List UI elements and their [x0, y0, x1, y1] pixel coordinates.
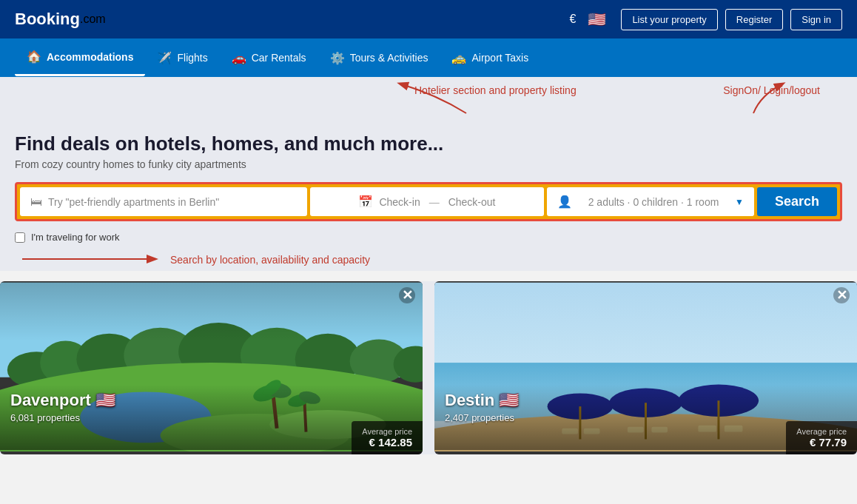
- nav-label-tours: Tours & Activities: [350, 52, 428, 64]
- location-field[interactable]: 🛏 Try "pet-friendly apartments in Berlin…: [20, 187, 307, 216]
- annotation-bar: Hotelier section and property listing Si…: [0, 77, 857, 118]
- destin-properties: 2,407 properties: [445, 412, 514, 423]
- main-nav: 🏠 Accommodations ✈️ Flights 🚗 Car Rental…: [0, 38, 857, 77]
- svg-rect-21: [0, 283, 423, 341]
- destin-title: Destin 🇺🇸: [445, 391, 519, 410]
- nav-item-taxis[interactable]: 🚕 Airport Taxis: [440, 41, 540, 75]
- search-button[interactable]: Search: [757, 187, 837, 216]
- destin-close-button[interactable]: ✕: [833, 287, 850, 303]
- nav-label-taxis: Airport Taxis: [471, 52, 528, 64]
- flights-icon: ✈️: [157, 51, 172, 65]
- calendar-icon: 📅: [358, 195, 373, 209]
- davenport-close-button[interactable]: ✕: [399, 287, 415, 303]
- chevron-down-icon: ▼: [735, 197, 744, 207]
- destin-price: € 77.79: [796, 436, 847, 448]
- dates-field[interactable]: 📅 Check-in — Check-out: [310, 187, 544, 216]
- work-travel-area: I'm traveling for work: [15, 232, 842, 243]
- nav-label-flights: Flights: [177, 52, 207, 64]
- destin-price-box: Average price € 77.79: [786, 421, 857, 454]
- hero-title: Find deals on hotels, homes, and much mo…: [15, 132, 842, 155]
- cards-list: ✕ Davenport 🇺🇸 6,081 properties Average …: [0, 281, 857, 454]
- nav-item-car-rentals[interactable]: 🚗 Car Rentals: [220, 41, 318, 75]
- currency-selector[interactable]: €: [569, 13, 576, 26]
- header-actions: € 🇺🇸 List your property Register Sign in: [569, 9, 842, 30]
- card-davenport[interactable]: ✕ Davenport 🇺🇸 6,081 properties Average …: [0, 281, 423, 454]
- list-property-button[interactable]: List your property: [621, 9, 717, 30]
- davenport-avg-label: Average price: [362, 427, 412, 436]
- car-icon: 🚗: [232, 51, 246, 65]
- davenport-properties: 6,081 properties: [10, 412, 80, 423]
- accommodations-icon: 🏠: [27, 50, 41, 64]
- checkin-label: Check-in: [379, 196, 420, 208]
- nav-item-accommodations[interactable]: 🏠 Accommodations: [15, 39, 145, 76]
- card-destin[interactable]: ✕ Destin 🇺🇸 2,407 properties Average pri…: [434, 281, 857, 454]
- destin-avg-label: Average price: [796, 427, 847, 436]
- taxi-icon: 🚕: [451, 51, 466, 65]
- bed-icon: 🛏: [30, 195, 42, 209]
- person-icon: 👤: [557, 195, 572, 209]
- hero-subtitle: From cozy country homes to funky city ap…: [15, 158, 842, 170]
- tours-icon: ⚙️: [330, 51, 345, 65]
- location-placeholder: Try "pet-friendly apartments in Berlin": [48, 196, 219, 208]
- davenport-price: € 142.85: [362, 436, 412, 448]
- cards-section: ✕ Davenport 🇺🇸 6,081 properties Average …: [0, 281, 857, 454]
- hero-section: Find deals on hotels, homes, and much mo…: [0, 118, 857, 271]
- work-travel-checkbox[interactable]: [15, 232, 25, 243]
- logo: Booking .com: [15, 10, 106, 29]
- hotelier-arrow: [392, 80, 540, 117]
- search-arrow: [15, 249, 163, 269]
- davenport-title: Davenport 🇺🇸: [10, 391, 115, 410]
- nav-item-tours[interactable]: ⚙️ Tours & Activities: [318, 41, 440, 75]
- work-travel-label: I'm traveling for work: [31, 232, 120, 243]
- logo-dotcom-text: .com: [80, 13, 106, 26]
- search-annotation-area: Search by location, availability and cap…: [15, 249, 842, 271]
- guests-label: 2 adults · 0 children · 1 room: [588, 196, 719, 208]
- nav-item-flights[interactable]: ✈️ Flights: [145, 41, 219, 75]
- register-button[interactable]: Register: [725, 9, 783, 30]
- nav-label-car-rentals: Car Rentals: [252, 52, 306, 64]
- signon-arrow: [739, 80, 827, 117]
- date-separator: —: [429, 196, 440, 208]
- nav-label-accommodations: Accommodations: [47, 51, 133, 63]
- language-selector[interactable]: 🇺🇸: [588, 10, 606, 28]
- search-annotation-text: Search by location, availability and cap…: [170, 254, 370, 266]
- logo-booking-text: Booking: [15, 10, 80, 29]
- signin-button[interactable]: Sign in: [790, 9, 842, 30]
- checkout-label: Check-out: [448, 196, 496, 208]
- search-container: 🛏 Try "pet-friendly apartments in Berlin…: [15, 182, 842, 221]
- header: Booking .com € 🇺🇸 List your property Reg…: [0, 0, 857, 38]
- davenport-price-box: Average price € 142.85: [352, 421, 423, 454]
- guests-field[interactable]: 👤 2 adults · 0 children · 1 room ▼: [547, 187, 754, 216]
